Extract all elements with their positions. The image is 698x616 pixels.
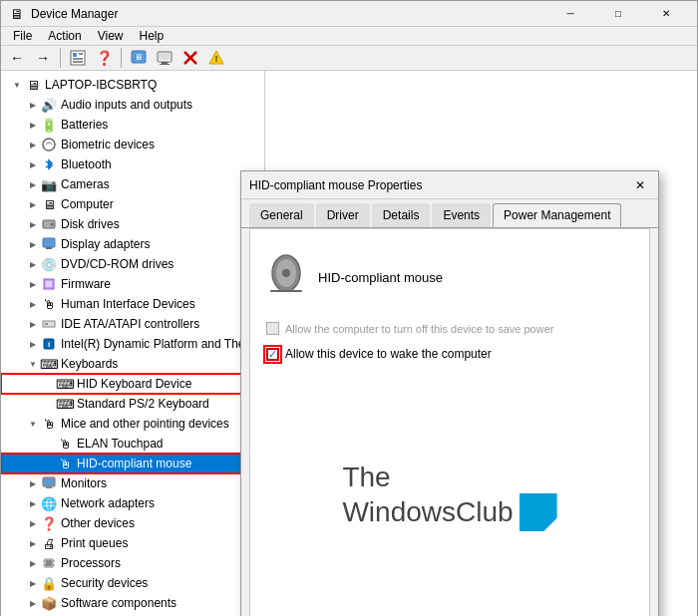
elan-icon: 🖱 — [57, 436, 73, 452]
tree-item-intel[interactable]: ▶ i Intel(R) Dynamic Platform and Ther — [1, 334, 264, 354]
biometric-icon — [41, 137, 57, 153]
close-button[interactable]: ✕ — [643, 1, 689, 27]
tree-item-bluetooth[interactable]: ▶ Bluetooth — [1, 154, 264, 174]
other-icon: ❓ — [41, 515, 57, 531]
dialog-body: HID-compliant mouse Allow the computer t… — [249, 228, 650, 616]
intel-label: Intel(R) Dynamic Platform and Ther — [61, 337, 249, 351]
keyboards-label: Keyboards — [61, 357, 118, 371]
device-header: HID-compliant mouse — [266, 245, 633, 310]
tree-item-security[interactable]: ▶ 🔒 Security devices — [1, 573, 264, 593]
tree-item-other[interactable]: ▶ ❓ Other devices — [1, 513, 264, 533]
device-manager-button[interactable] — [153, 46, 176, 70]
expand-icon-security: ▶ — [25, 575, 41, 591]
tree-item-cameras[interactable]: ▶ 📷 Cameras — [1, 174, 264, 194]
svg-rect-19 — [46, 247, 52, 249]
processors-label: Processors — [61, 556, 121, 570]
warning-icon: ! — [208, 50, 224, 66]
print-icon: 🖨 — [41, 535, 57, 551]
tree-item-hid-keyboard[interactable]: ⌨ HID Keyboard Device — [1, 374, 264, 394]
maximize-button[interactable]: □ — [595, 1, 641, 27]
tab-details[interactable]: Details — [372, 203, 431, 227]
minimize-button[interactable]: ─ — [547, 1, 593, 27]
dialog-close-button[interactable]: ✕ — [630, 175, 650, 195]
audio-icon: 🔊 — [41, 97, 57, 113]
firmware-label: Firmware — [61, 277, 111, 291]
dialog-tabs: General Driver Details Events Power Mana… — [241, 199, 658, 228]
tree-item-audio[interactable]: ▶ 🔊 Audio inputs and outputs — [1, 95, 264, 115]
tab-events[interactable]: Events — [432, 203, 491, 227]
tree-item-mice[interactable]: ▼ 🖱 Mice and other pointing devices — [1, 414, 264, 434]
logo-text: The WindowsClub — [342, 462, 556, 531]
checkbox-wake-computer[interactable]: ✓ — [266, 348, 279, 361]
ide-label: IDE ATA/ATAPI controllers — [61, 317, 199, 331]
window-title: Device Manager — [31, 7, 547, 21]
expand-icon-intel: ▶ — [25, 336, 41, 352]
tree-item-ide[interactable]: ▶ IDE ATA/ATAPI controllers — [1, 314, 264, 334]
help-button[interactable]: ❓ — [92, 46, 116, 70]
svg-rect-1 — [73, 53, 77, 57]
tab-power-management[interactable]: Power Management — [493, 203, 621, 227]
expand-icon-network: ▶ — [25, 495, 41, 511]
tree-item-monitors[interactable]: ▶ Monitors — [1, 473, 264, 493]
tree-item-processors[interactable]: ▶ Processors — [1, 553, 264, 573]
hid-keyboard-label: HID Keyboard Device — [77, 377, 191, 391]
main-window: 🖥 Device Manager ─ □ ✕ File Action View … — [0, 0, 698, 616]
keyboards-icon: ⌨ — [41, 356, 57, 372]
expand-icon-display: ▶ — [25, 236, 41, 252]
back-button[interactable]: ← — [5, 46, 29, 70]
logo-square-icon — [520, 493, 557, 531]
expand-icon-disk: ▶ — [25, 216, 41, 232]
tree-item-print[interactable]: ▶ 🖨 Print queues — [1, 533, 264, 553]
menu-file[interactable]: File — [5, 27, 40, 45]
tree-item-hid-mouse[interactable]: 🖱 HID-compliant mouse — [1, 454, 264, 473]
menu-view[interactable]: View — [90, 27, 132, 45]
tab-general[interactable]: General — [249, 203, 314, 227]
expand-icon-hid-mouse — [41, 456, 57, 471]
forward-button[interactable]: → — [31, 46, 55, 70]
checkbox-save-power[interactable] — [266, 322, 279, 335]
properties-dialog: HID-compliant mouse Properties ✕ General… — [240, 170, 659, 616]
dvd-icon: 💿 — [41, 256, 57, 272]
toolbar-separator-2 — [121, 48, 122, 68]
scan-button[interactable]: 🖥 — [127, 46, 151, 70]
toolbar-separator — [60, 48, 61, 68]
dm-icon — [157, 50, 173, 66]
checkbox-row-1: Allow the computer to turn off this devi… — [266, 322, 633, 335]
tree-item-dvd[interactable]: ▶ 💿 DVD/CD-ROM drives — [1, 254, 264, 274]
tree-item-ps2[interactable]: ⌨ Standard PS/2 Keyboard — [1, 394, 264, 414]
expand-icon-dvd: ▶ — [25, 256, 41, 272]
properties-button[interactable] — [66, 46, 90, 70]
tree-item-keyboards[interactable]: ▼ ⌨ Keyboards — [1, 354, 264, 374]
tree-item-computer[interactable]: ▶ 🖥 Computer — [1, 194, 264, 214]
tree-item-elan[interactable]: 🖱 ELAN Touchpad — [1, 434, 264, 454]
svg-rect-29 — [44, 478, 54, 485]
tree-item-display[interactable]: ▶ Display adapters — [1, 234, 264, 254]
tree-item-firmware[interactable]: ▶ Firmware — [1, 274, 264, 294]
tree-item-disk[interactable]: ▶ Disk drives — [1, 214, 264, 234]
tree-item-network[interactable]: ▶ 🌐 Network adapters — [1, 493, 264, 513]
uninstall-button[interactable] — [178, 46, 202, 70]
tab-driver[interactable]: Driver — [316, 203, 370, 227]
menu-help[interactable]: Help — [132, 27, 173, 45]
checkbox-wake-computer-label: Allow this device to wake the computer — [285, 347, 492, 361]
cameras-label: Cameras — [61, 177, 110, 191]
tree-item-batteries[interactable]: ▶ 🔋 Batteries — [1, 115, 264, 135]
menu-action[interactable]: Action — [40, 27, 89, 45]
security-icon: 🔒 — [41, 575, 57, 591]
svg-rect-40 — [280, 287, 292, 290]
device-icon — [266, 253, 306, 302]
tree-root[interactable]: ▼ 🖥 LAPTOP-IBCSBRTQ — [1, 75, 264, 95]
expand-icon-sw-components: ▶ — [25, 595, 41, 611]
logo-the: The — [342, 462, 390, 493]
warning-button[interactable]: ! — [204, 46, 228, 70]
tree-item-hid[interactable]: ▶ 🖱 Human Interface Devices — [1, 294, 264, 314]
cameras-icon: 📷 — [41, 176, 57, 192]
logo-row-1: The — [342, 462, 556, 493]
bluetooth-label: Bluetooth — [61, 157, 112, 171]
svg-text:🖥: 🖥 — [135, 53, 143, 62]
tree-item-sw-components[interactable]: ▶ 📦 Software components — [1, 593, 264, 613]
hid-keyboard-icon: ⌨ — [57, 376, 73, 392]
tree-item-biometric[interactable]: ▶ Biometric devices — [1, 135, 264, 154]
tree-view[interactable]: ▼ 🖥 LAPTOP-IBCSBRTQ ▶ 🔊 Audio inputs and… — [1, 71, 265, 616]
checkbox-save-power-label: Allow the computer to turn off this devi… — [285, 323, 553, 335]
